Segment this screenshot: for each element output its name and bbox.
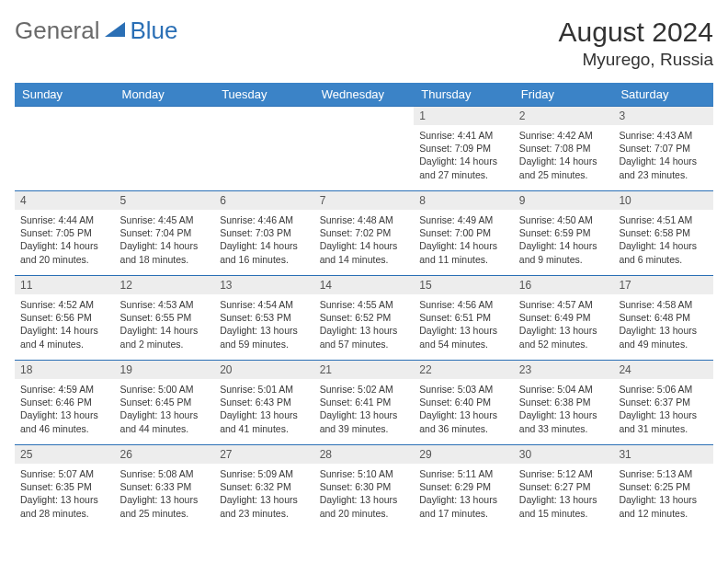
- day-number: 9: [514, 191, 614, 210]
- day-number: 4: [15, 191, 115, 210]
- sunset-text: Sunset: 6:59 PM: [519, 226, 609, 239]
- sunrise-text: Sunrise: 4:45 AM: [120, 213, 210, 226]
- day-details: Sunrise: 4:48 AMSunset: 7:02 PMDaylight:…: [314, 210, 415, 271]
- daylight-text: Daylight: 14 hours and 11 minutes.: [419, 239, 508, 265]
- sunset-text: Sunset: 6:29 PM: [419, 480, 508, 493]
- sunrise-text: Sunrise: 5:11 AM: [419, 467, 508, 480]
- daylight-text: Daylight: 14 hours and 6 minutes.: [619, 239, 708, 265]
- sunrise-text: Sunrise: 4:48 AM: [320, 213, 409, 226]
- day-cell: 30Sunrise: 5:12 AMSunset: 6:27 PMDayligh…: [514, 445, 614, 530]
- day-cell: 6Sunrise: 4:46 AMSunset: 7:03 PMDaylight…: [214, 191, 314, 276]
- day-details: Sunrise: 5:07 AMSunset: 6:35 PMDaylight:…: [15, 464, 115, 525]
- day-details: Sunrise: 4:41 AMSunset: 7:09 PMDaylight:…: [414, 125, 514, 187]
- day-details: Sunrise: 4:52 AMSunset: 6:56 PMDaylight:…: [15, 294, 115, 356]
- title-block: August 2024 Myurego, Russia: [559, 17, 713, 70]
- daylight-text: Daylight: 13 hours and 57 minutes.: [320, 324, 409, 350]
- day-number: 30: [514, 445, 614, 464]
- day-number: 27: [214, 445, 314, 464]
- daylight-text: Daylight: 14 hours and 25 minutes.: [519, 155, 609, 180]
- day-cell: 17Sunrise: 4:58 AMSunset: 6:48 PMDayligh…: [613, 276, 713, 361]
- day-cell: 20Sunrise: 5:01 AMSunset: 6:43 PMDayligh…: [214, 361, 314, 445]
- sunrise-text: Sunrise: 5:12 AM: [519, 467, 609, 480]
- day-cell: 21Sunrise: 5:02 AMSunset: 6:41 PMDayligh…: [314, 361, 415, 445]
- daylight-text: Daylight: 13 hours and 15 minutes.: [519, 493, 609, 519]
- daylight-text: Daylight: 13 hours and 17 minutes.: [419, 493, 508, 519]
- brand-part1: General: [15, 17, 100, 45]
- daylight-text: Daylight: 13 hours and 33 minutes.: [519, 408, 609, 434]
- day-cell: 9Sunrise: 4:50 AMSunset: 6:59 PMDaylight…: [514, 191, 614, 276]
- day-details: Sunrise: 4:43 AMSunset: 7:07 PMDaylight:…: [613, 125, 713, 187]
- day-details: Sunrise: 4:42 AMSunset: 7:08 PMDaylight:…: [514, 125, 614, 187]
- sunset-text: Sunset: 6:35 PM: [20, 480, 109, 493]
- sunrise-text: Sunrise: 5:13 AM: [619, 467, 708, 480]
- sunrise-text: Sunrise: 4:53 AM: [120, 298, 210, 311]
- day-details: Sunrise: 4:53 AMSunset: 6:55 PMDaylight:…: [115, 294, 215, 356]
- sunset-text: Sunset: 6:53 PM: [220, 311, 309, 324]
- empty-cell: [15, 107, 115, 191]
- sunrise-text: Sunrise: 4:52 AM: [20, 298, 109, 311]
- sunset-text: Sunset: 6:48 PM: [619, 311, 708, 324]
- daylight-text: Daylight: 13 hours and 12 minutes.: [619, 493, 708, 519]
- day-cell: 18Sunrise: 4:59 AMSunset: 6:46 PMDayligh…: [15, 361, 115, 445]
- sunset-text: Sunset: 6:56 PM: [20, 311, 109, 324]
- sunrise-text: Sunrise: 4:46 AM: [220, 213, 309, 226]
- day-details: Sunrise: 5:13 AMSunset: 6:25 PMDaylight:…: [613, 464, 713, 525]
- daylight-text: Daylight: 13 hours and 54 minutes.: [419, 324, 508, 350]
- day-cell: 8Sunrise: 4:49 AMSunset: 7:00 PMDaylight…: [414, 191, 514, 276]
- daylight-text: Daylight: 13 hours and 44 minutes.: [120, 408, 210, 434]
- day-number: 25: [15, 445, 115, 464]
- day-details: Sunrise: 5:02 AMSunset: 6:41 PMDaylight:…: [314, 379, 415, 441]
- day-details: Sunrise: 5:09 AMSunset: 6:32 PMDaylight:…: [214, 464, 314, 525]
- day-cell: 2Sunrise: 4:42 AMSunset: 7:08 PMDaylight…: [514, 107, 614, 191]
- sunset-text: Sunset: 7:09 PM: [419, 142, 508, 155]
- day-cell: 1Sunrise: 4:41 AMSunset: 7:09 PMDaylight…: [414, 107, 514, 191]
- sunrise-text: Sunrise: 4:55 AM: [320, 298, 409, 311]
- day-details: Sunrise: 5:06 AMSunset: 6:37 PMDaylight:…: [613, 379, 713, 441]
- brand-part2: Blue: [131, 17, 178, 45]
- day-cell: 29Sunrise: 5:11 AMSunset: 6:29 PMDayligh…: [414, 445, 514, 530]
- daylight-text: Daylight: 13 hours and 59 minutes.: [220, 324, 309, 350]
- day-cell: 12Sunrise: 4:53 AMSunset: 6:55 PMDayligh…: [115, 276, 215, 361]
- day-details: Sunrise: 4:49 AMSunset: 7:00 PMDaylight:…: [414, 210, 514, 271]
- sunset-text: Sunset: 7:07 PM: [619, 142, 708, 155]
- daylight-text: Daylight: 14 hours and 18 minutes.: [120, 239, 210, 265]
- day-number: 7: [314, 191, 415, 210]
- empty-cell: [115, 107, 215, 191]
- svg-marker-0: [105, 22, 125, 37]
- day-number: 19: [115, 361, 215, 379]
- month-title: August 2024: [559, 17, 713, 48]
- day-details: Sunrise: 4:46 AMSunset: 7:03 PMDaylight:…: [214, 210, 314, 271]
- calendar-row: 18Sunrise: 4:59 AMSunset: 6:46 PMDayligh…: [15, 361, 713, 445]
- sunset-text: Sunset: 6:46 PM: [20, 396, 109, 408]
- weekday-header: Thursday: [414, 83, 514, 107]
- day-number: 14: [314, 276, 415, 294]
- day-details: Sunrise: 4:50 AMSunset: 6:59 PMDaylight:…: [514, 210, 614, 271]
- daylight-text: Daylight: 14 hours and 4 minutes.: [20, 324, 109, 350]
- day-cell: 26Sunrise: 5:08 AMSunset: 6:33 PMDayligh…: [115, 445, 215, 530]
- day-number: 17: [613, 276, 713, 294]
- day-cell: 4Sunrise: 4:44 AMSunset: 7:05 PMDaylight…: [15, 191, 115, 276]
- day-number: 8: [414, 191, 514, 210]
- sunset-text: Sunset: 6:41 PM: [320, 396, 409, 408]
- sunset-text: Sunset: 6:51 PM: [419, 311, 508, 324]
- daylight-text: Daylight: 13 hours and 20 minutes.: [320, 493, 409, 519]
- daylight-text: Daylight: 14 hours and 20 minutes.: [20, 239, 109, 265]
- sunrise-text: Sunrise: 4:56 AM: [419, 298, 508, 311]
- sunset-text: Sunset: 7:04 PM: [120, 226, 210, 239]
- brand-logo: General Blue: [15, 17, 178, 45]
- calendar-row: 1Sunrise: 4:41 AMSunset: 7:09 PMDaylight…: [15, 107, 713, 191]
- weekday-header: Saturday: [613, 83, 713, 107]
- sunrise-text: Sunrise: 5:01 AM: [220, 383, 309, 396]
- sunset-text: Sunset: 6:40 PM: [419, 396, 508, 408]
- day-number: 18: [15, 361, 115, 379]
- sunset-text: Sunset: 7:05 PM: [20, 226, 109, 239]
- day-number: 29: [414, 445, 514, 464]
- sunset-text: Sunset: 6:55 PM: [120, 311, 210, 324]
- day-details: Sunrise: 5:08 AMSunset: 6:33 PMDaylight:…: [115, 464, 215, 525]
- day-number: 23: [514, 361, 614, 379]
- daylight-text: Daylight: 13 hours and 23 minutes.: [220, 493, 309, 519]
- day-details: Sunrise: 4:44 AMSunset: 7:05 PMDaylight:…: [15, 210, 115, 271]
- sunrise-text: Sunrise: 5:08 AM: [120, 467, 210, 480]
- sunrise-text: Sunrise: 4:50 AM: [519, 213, 609, 226]
- sunset-text: Sunset: 6:33 PM: [120, 480, 210, 493]
